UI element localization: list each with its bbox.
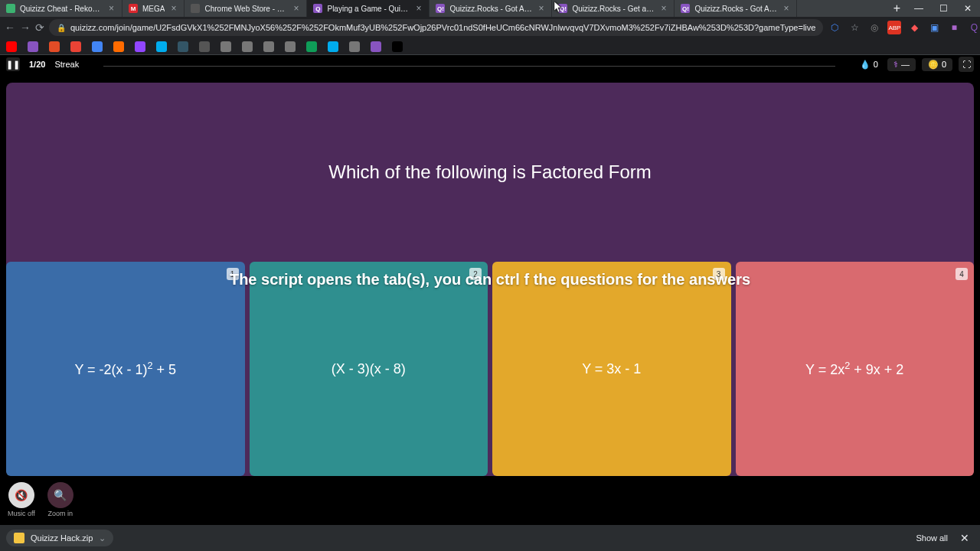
answer-option-3[interactable]: 3Y = 3x - 1 xyxy=(492,262,731,476)
close-tab-icon[interactable]: × xyxy=(414,3,423,14)
browser-tab[interactable]: Q!Quizizz.Rocks - Got Answers :)× xyxy=(675,0,797,17)
browser-tab[interactable]: Chrome Web Store - violetmonk× xyxy=(185,0,307,17)
progress-counter: 1/20 xyxy=(29,60,45,69)
browser-tabs: Quizizz Cheat - Rekonise×MMEGA×Chrome We… xyxy=(0,0,887,17)
downloads-bar: Quizizz Hack.zip ⌄ Show all ✕ xyxy=(0,525,980,551)
chevron-down-icon[interactable]: ⌄ xyxy=(99,533,106,543)
browser-tab[interactable]: Quizizz Cheat - Rekonise× xyxy=(0,0,122,17)
bookmark-item[interactable] xyxy=(220,41,231,52)
ext4-icon[interactable]: ■ xyxy=(947,21,961,34)
bookmark-item[interactable] xyxy=(156,41,167,52)
bookmark-item[interactable] xyxy=(242,41,253,52)
bookmark-item[interactable] xyxy=(199,41,210,52)
star-icon[interactable]: ☆ xyxy=(848,21,861,34)
close-tab-icon[interactable]: × xyxy=(782,3,790,14)
close-tab-icon[interactable]: × xyxy=(169,3,178,14)
close-tab-icon[interactable]: × xyxy=(107,3,116,14)
score-bar xyxy=(103,62,835,67)
close-downloads-bar[interactable]: ✕ xyxy=(956,532,974,544)
browser-tab[interactable]: Q!Quizizz.Rocks - Got Answers :)× xyxy=(430,0,552,17)
bookmark-item[interactable] xyxy=(371,41,381,52)
new-tab-button[interactable]: + xyxy=(887,0,906,17)
bookmark-item[interactable] xyxy=(349,41,360,52)
answer-option-4[interactable]: 4Y = 2x2 + 9x + 2 xyxy=(736,262,975,476)
zip-icon xyxy=(14,533,24,543)
show-all-downloads[interactable]: Show all xyxy=(916,533,948,543)
answer-option-1[interactable]: 1Y = -2(x - 1)2 + 5 xyxy=(6,262,245,476)
bookmark-item[interactable] xyxy=(113,41,124,52)
browser-navbar: ← → ⟳ 🔒 quizizz.com/join/game/U2FsdGVkX1… xyxy=(0,17,980,38)
pause-button[interactable]: ❚❚ xyxy=(6,57,20,71)
lock-icon: 🔒 xyxy=(57,24,66,32)
window-titlebar: Quizizz Cheat - Rekonise×MMEGA×Chrome We… xyxy=(0,0,980,17)
bookmark-item[interactable] xyxy=(306,41,317,52)
gtranslate-icon[interactable]: ⬡ xyxy=(828,21,841,34)
music-off-icon: 🔇 xyxy=(15,489,28,501)
answer-row: 1Y = -2(x - 1)2 + 5 2(X - 3)(x - 8) 3Y =… xyxy=(6,262,974,476)
window-controls: — ☐ ✕ xyxy=(906,0,980,17)
bookmarks-bar xyxy=(0,38,980,55)
bookmark-item[interactable] xyxy=(49,41,60,52)
window-close[interactable]: ✕ xyxy=(956,0,980,17)
bookmark-item[interactable] xyxy=(70,41,81,52)
bookmark-item[interactable] xyxy=(263,41,274,52)
streak-label: Streak xyxy=(54,60,79,69)
ext1-icon[interactable]: ◎ xyxy=(867,21,881,34)
url-text: quizizz.com/join/game/U2FsdGVkX1%252FMNJ… xyxy=(70,23,815,32)
bookmark-item[interactable] xyxy=(28,41,38,52)
browser-tab[interactable]: QPlaying a Game - Quizizz× xyxy=(307,0,430,17)
bottom-controls: 🔇 Music off 🔍 Zoom in xyxy=(8,482,74,517)
download-filename: Quizizz Hack.zip xyxy=(31,533,93,543)
coins-pill: 🪙0 xyxy=(922,58,952,71)
browser-tab[interactable]: Q!Quizizz.Rocks - Get all the answe× xyxy=(552,0,675,17)
url-bar[interactable]: 🔒 quizizz.com/join/game/U2FsdGVkX1%252FM… xyxy=(49,19,823,36)
download-item[interactable]: Quizizz Hack.zip ⌄ xyxy=(6,530,113,546)
bookmark-item[interactable] xyxy=(328,41,338,52)
bookmark-item[interactable] xyxy=(92,41,103,52)
music-toggle[interactable]: 🔇 Music off xyxy=(8,482,35,517)
reload-button[interactable]: ⟳ xyxy=(35,19,44,36)
game-header: ❚❚ 1/20 Streak 💧0 ⚕— 🪙0 ⛶ xyxy=(0,55,980,73)
toolbar-icons: ⬡ ☆ ◎ ABP ◆ ▣ ■ Q 🧩 ▦ 📄 ⋮ xyxy=(828,21,980,34)
fullscreen-button[interactable]: ⛶ xyxy=(959,57,974,72)
zoom-icon: 🔍 xyxy=(54,489,67,501)
bookmark-item[interactable] xyxy=(285,41,296,52)
window-minimize[interactable]: — xyxy=(906,0,931,17)
forward-button[interactable]: → xyxy=(20,19,31,36)
bookmark-item[interactable] xyxy=(178,41,188,52)
drops-counter: 💧0 xyxy=(860,60,878,70)
ext3-icon[interactable]: ▣ xyxy=(927,21,941,34)
powerup-pill[interactable]: ⚕— xyxy=(887,58,916,71)
bookmark-item[interactable] xyxy=(392,41,403,52)
back-button[interactable]: ← xyxy=(5,19,15,36)
close-tab-icon[interactable]: × xyxy=(292,3,300,14)
bookmark-item[interactable] xyxy=(135,41,145,52)
abp-icon[interactable]: ABP xyxy=(887,21,901,34)
question-text: Which of the following is Factored Form xyxy=(6,83,974,262)
window-maximize[interactable]: ☐ xyxy=(931,0,956,17)
question-area: Which of the following is Factored Form … xyxy=(6,83,974,476)
close-tab-icon[interactable]: × xyxy=(659,3,668,14)
browser-tab[interactable]: MMEGA× xyxy=(122,0,185,17)
close-tab-icon[interactable]: × xyxy=(537,3,545,14)
ext2-icon[interactable]: ◆ xyxy=(907,21,921,34)
answer-option-2[interactable]: 2(X - 3)(x - 8) xyxy=(250,262,488,476)
bookmark-item[interactable] xyxy=(6,41,17,52)
zoom-button[interactable]: 🔍 Zoom in xyxy=(47,482,74,517)
ext5-icon[interactable]: Q xyxy=(967,21,980,34)
